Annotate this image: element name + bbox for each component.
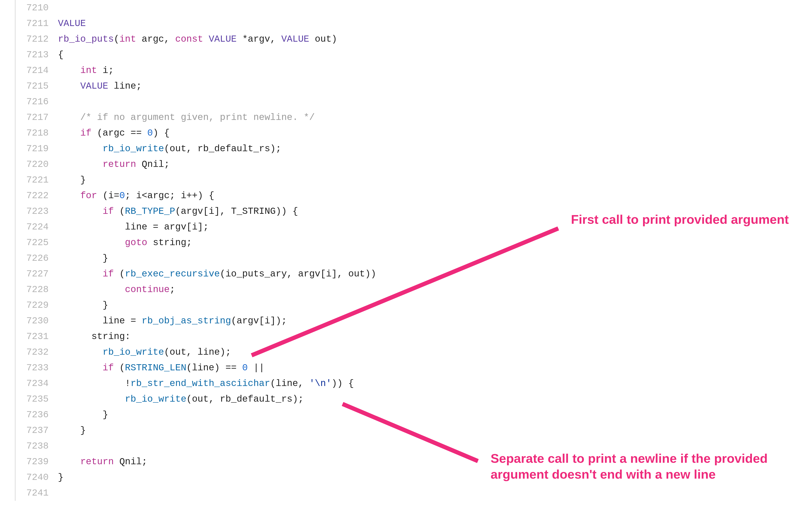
- line-number: 7231: [16, 329, 58, 344]
- code-content: for (i=0; i<argc; i++) {: [58, 188, 214, 203]
- code-line: 7227 if (rb_exec_recursive(io_puts_ary, …: [16, 266, 376, 282]
- line-number: 7226: [16, 250, 58, 266]
- code-line: 7218 if (argc == 0) {: [16, 125, 376, 141]
- code-content: return Qnil;: [58, 454, 147, 469]
- code-content: line = rb_obj_as_string(argv[i]);: [58, 313, 287, 329]
- line-number: 7235: [16, 391, 58, 407]
- code-listing: 72107211VALUE7212rb_io_puts(int argc, co…: [15, 0, 376, 501]
- line-number: 7219: [16, 141, 58, 156]
- line-number: 7212: [16, 31, 58, 47]
- code-line: 7234 !rb_str_end_with_asciichar(line, '\…: [16, 376, 376, 391]
- code-line: 7219 rb_io_write(out, rb_default_rs);: [16, 141, 376, 156]
- line-number: 7234: [16, 376, 58, 391]
- line-number: 7216: [16, 94, 58, 110]
- code-content: int i;: [58, 63, 114, 78]
- line-number: 7230: [16, 313, 58, 329]
- line-number: 7241: [16, 485, 58, 501]
- code-content: if (RSTRING_LEN(line) == 0 ||: [58, 360, 264, 376]
- code-line: 7232 rb_io_write(out, line);: [16, 344, 376, 360]
- code-line: 7233 if (RSTRING_LEN(line) == 0 ||: [16, 360, 376, 376]
- annotation-second-call: Separate call to print a newline if the …: [491, 451, 797, 482]
- code-line: 7216: [16, 94, 376, 110]
- code-line: 7238: [16, 438, 376, 454]
- code-line: 7211VALUE: [16, 16, 376, 31]
- code-content: rb_io_write(out, rb_default_rs);: [58, 141, 281, 156]
- code-content: continue;: [58, 282, 175, 297]
- line-number: 7214: [16, 63, 58, 78]
- line-number: 7232: [16, 344, 58, 360]
- code-line: 7215 VALUE line;: [16, 78, 376, 94]
- line-number: 7229: [16, 297, 58, 313]
- code-line: 7210: [16, 0, 376, 16]
- code-line: 7225 goto string;: [16, 235, 376, 250]
- line-number: 7228: [16, 282, 58, 297]
- code-content: return Qnil;: [58, 156, 170, 172]
- line-number: 7221: [16, 172, 58, 188]
- annotation-first-call: First call to print provided argument: [571, 211, 789, 227]
- line-number: 7222: [16, 188, 58, 203]
- code-content: VALUE: [58, 16, 86, 31]
- code-content: line = argv[i];: [58, 219, 209, 235]
- code-line: 7223 if (RB_TYPE_P(argv[i], T_STRING)) {: [16, 203, 376, 219]
- line-number: 7236: [16, 407, 58, 423]
- code-line: 7239 return Qnil;: [16, 454, 376, 469]
- line-number: 7239: [16, 454, 58, 469]
- code-content: if (rb_exec_recursive(io_puts_ary, argv[…: [58, 266, 376, 282]
- line-number: 7233: [16, 360, 58, 376]
- code-content: /* if no argument given, print newline. …: [58, 110, 315, 125]
- code-content: goto string;: [58, 235, 192, 250]
- code-line: 7231 string:: [16, 329, 376, 344]
- code-line: 7229 }: [16, 297, 376, 313]
- line-number: 7237: [16, 423, 58, 438]
- code-line: 7220 return Qnil;: [16, 156, 376, 172]
- code-line: 7235 rb_io_write(out, rb_default_rs);: [16, 391, 376, 407]
- code-line: 7240}: [16, 469, 376, 485]
- code-line: 7237 }: [16, 423, 376, 438]
- code-content: rb_io_write(out, rb_default_rs);: [58, 391, 303, 407]
- code-line: 7241: [16, 485, 376, 501]
- line-number: 7211: [16, 16, 58, 31]
- code-content: {: [58, 47, 63, 63]
- code-content: }: [58, 407, 108, 423]
- code-line: 7236 }: [16, 407, 376, 423]
- line-number: 7210: [16, 0, 58, 16]
- code-line: 7214 int i;: [16, 63, 376, 78]
- line-number: 7217: [16, 110, 58, 125]
- line-number: 7240: [16, 469, 58, 485]
- code-line: 7217 /* if no argument given, print newl…: [16, 110, 376, 125]
- code-content: !rb_str_end_with_asciichar(line, '\n')) …: [58, 376, 354, 391]
- line-number: 7223: [16, 203, 58, 219]
- code-content: VALUE line;: [58, 78, 142, 94]
- line-number: 7224: [16, 219, 58, 235]
- code-content: if (RB_TYPE_P(argv[i], T_STRING)) {: [58, 203, 298, 219]
- code-line: 7221 }: [16, 172, 376, 188]
- code-content: }: [58, 423, 86, 438]
- code-line: 7226 }: [16, 250, 376, 266]
- line-number: 7220: [16, 156, 58, 172]
- code-line: 7213{: [16, 47, 376, 63]
- code-line: 7228 continue;: [16, 282, 376, 297]
- line-number: 7215: [16, 78, 58, 94]
- line-number: 7218: [16, 125, 58, 141]
- code-content: }: [58, 250, 108, 266]
- code-line: 7212rb_io_puts(int argc, const VALUE *ar…: [16, 31, 376, 47]
- line-number: 7238: [16, 438, 58, 454]
- code-content: rb_io_write(out, line);: [58, 344, 231, 360]
- code-line: 7224 line = argv[i];: [16, 219, 376, 235]
- viewport: 72107211VALUE7212rb_io_puts(int argc, co…: [0, 0, 812, 515]
- code-content: }: [58, 172, 86, 188]
- line-number: 7225: [16, 235, 58, 250]
- code-content: rb_io_puts(int argc, const VALUE *argv, …: [58, 31, 337, 47]
- line-number: 7213: [16, 47, 58, 63]
- code-content: string:: [58, 329, 130, 344]
- code-line: 7230 line = rb_obj_as_string(argv[i]);: [16, 313, 376, 329]
- line-number: 7227: [16, 266, 58, 282]
- code-line: 7222 for (i=0; i<argc; i++) {: [16, 188, 376, 203]
- code-content: if (argc == 0) {: [58, 125, 170, 141]
- code-content: }: [58, 297, 108, 313]
- code-content: }: [58, 469, 63, 485]
